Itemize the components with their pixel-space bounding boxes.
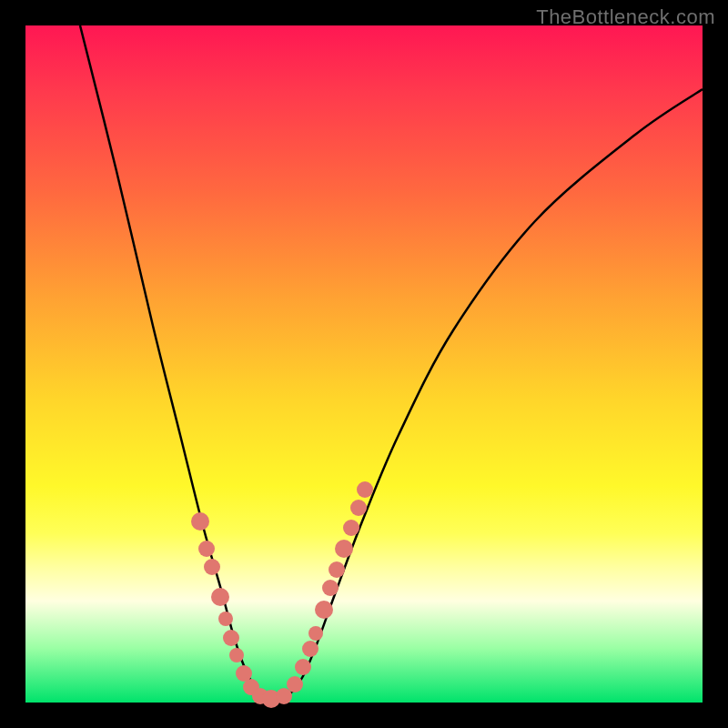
watermark-text: TheBottleneck.com xyxy=(536,5,715,29)
bottleneck-curve xyxy=(80,25,703,699)
marker-dot xyxy=(295,659,311,675)
marker-dot xyxy=(315,601,333,619)
marker-dot xyxy=(329,561,345,578)
marker-group xyxy=(191,481,373,708)
marker-dot xyxy=(223,630,239,646)
marker-dot xyxy=(229,648,244,662)
marker-dot xyxy=(198,541,215,557)
marker-dot xyxy=(335,540,353,558)
marker-dot xyxy=(287,676,303,693)
bottleneck-chart xyxy=(25,25,703,703)
marker-dot xyxy=(302,641,318,657)
marker-dot xyxy=(350,500,367,516)
marker-dot xyxy=(218,612,233,626)
marker-dot xyxy=(191,512,209,531)
marker-dot xyxy=(343,520,359,536)
marker-dot xyxy=(357,481,373,498)
marker-dot xyxy=(204,559,220,575)
marker-dot xyxy=(308,626,323,641)
marker-dot xyxy=(322,580,339,596)
plot-area xyxy=(25,25,703,703)
marker-dot xyxy=(211,588,229,606)
